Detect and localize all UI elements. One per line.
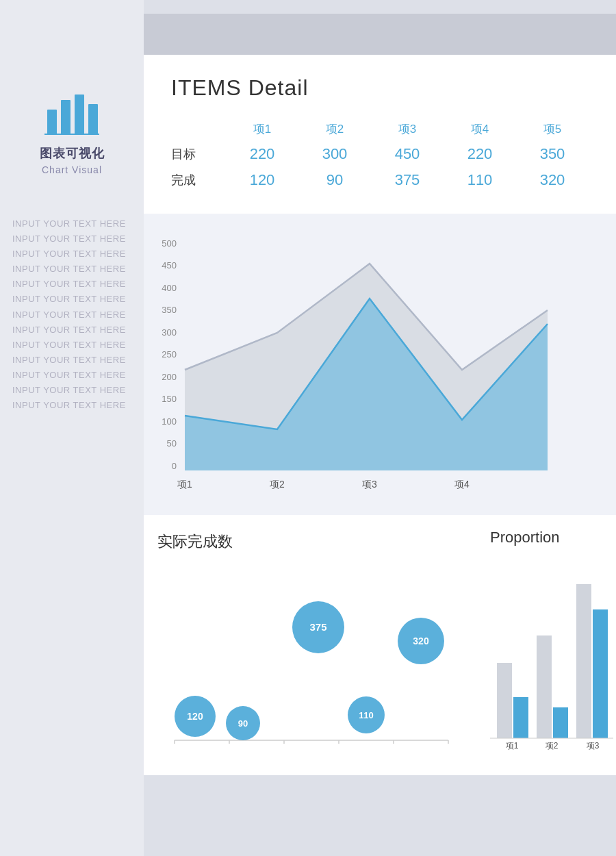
y-label-200: 200 bbox=[162, 372, 177, 382]
bubble-label-120: 120 bbox=[187, 711, 203, 722]
col-header-2: 项2 bbox=[298, 117, 371, 141]
bubble-card: 实际完成数 120 90 375 bbox=[144, 515, 479, 775]
x-label-3: 项3 bbox=[362, 479, 377, 490]
svg-rect-2 bbox=[75, 95, 84, 134]
y-label-250: 250 bbox=[162, 349, 177, 360]
bubble-label-90: 90 bbox=[238, 718, 248, 729]
target-val-3: 450 bbox=[371, 141, 444, 167]
sidebar-text: INPUT YOUR TEXT HERE INPUT YOUR TEXT HER… bbox=[12, 216, 131, 413]
col-header-3: 项3 bbox=[371, 117, 444, 141]
svg-rect-1 bbox=[61, 100, 70, 134]
y-label-500: 500 bbox=[162, 238, 177, 249]
logo-area: 图表可视化 Chart Visual bbox=[40, 89, 105, 175]
x-label-4: 项4 bbox=[454, 479, 470, 490]
bubble-chart-svg: 120 90 375 110 320 bbox=[157, 559, 465, 764]
svg-rect-3 bbox=[88, 104, 98, 134]
table-header-row: 项1 项2 项3 项4 项5 bbox=[171, 117, 589, 141]
bubble-chart-title: 实际完成数 bbox=[157, 531, 465, 552]
sidebar-text-block: INPUT YOUR TEXT HERE INPUT YOUR TEXT HER… bbox=[0, 216, 144, 413]
bar-chart-card: Proportion 项1 项2 项3 bbox=[479, 515, 616, 775]
x-label-2: 项2 bbox=[270, 479, 285, 490]
bar-actual-3 bbox=[593, 609, 608, 738]
bar-actual-1 bbox=[513, 697, 528, 738]
target-val-5: 350 bbox=[516, 141, 589, 167]
sidebar: 图表可视化 Chart Visual INPUT YOUR TEXT HERE … bbox=[0, 0, 144, 856]
table-row-actual: 完成 120 90 375 110 320 bbox=[171, 167, 589, 193]
bar-chart-svg: 项1 项2 项3 bbox=[490, 553, 613, 759]
y-label-150: 150 bbox=[162, 394, 177, 404]
logo-text-cn: 图表可视化 bbox=[40, 145, 105, 162]
top-bar bbox=[144, 14, 616, 55]
bar-actual-2 bbox=[553, 707, 568, 738]
detail-card: ITEMS Detail 项1 项2 项3 项4 项5 目标 220 300 4… bbox=[144, 55, 616, 214]
bottom-cards: 实际完成数 120 90 375 bbox=[144, 515, 616, 775]
line-chart-card: 500 450 400 350 300 250 200 150 100 50 0 bbox=[144, 214, 616, 515]
actual-val-5: 320 bbox=[516, 167, 589, 193]
table-row-target: 目标 220 300 450 220 350 bbox=[171, 141, 589, 167]
y-label-50: 50 bbox=[167, 438, 177, 449]
bar-chart-title: Proportion bbox=[490, 529, 605, 546]
y-label-0: 0 bbox=[172, 461, 177, 471]
svg-rect-0 bbox=[47, 110, 57, 134]
detail-table: 项1 项2 项3 项4 项5 目标 220 300 450 220 350 完成 bbox=[171, 117, 589, 193]
chart-icon bbox=[44, 89, 99, 137]
bar-x-label-3: 项3 bbox=[587, 741, 600, 751]
col-header-4: 项4 bbox=[444, 117, 516, 141]
x-label-1: 项1 bbox=[177, 479, 192, 490]
target-val-4: 220 bbox=[444, 141, 516, 167]
col-header-1: 项1 bbox=[226, 117, 298, 141]
y-label-100: 100 bbox=[162, 416, 177, 427]
detail-title: ITEMS Detail bbox=[171, 75, 589, 101]
actual-val-4: 110 bbox=[444, 167, 516, 193]
bar-target-2 bbox=[537, 635, 552, 738]
actual-val-2: 90 bbox=[298, 167, 371, 193]
actual-val-3: 375 bbox=[371, 167, 444, 193]
row-label-actual: 完成 bbox=[171, 167, 226, 193]
target-val-1: 220 bbox=[226, 141, 298, 167]
bar-x-label-1: 项1 bbox=[506, 741, 519, 751]
main-content: ITEMS Detail 项1 项2 项3 项4 项5 目标 220 300 4… bbox=[144, 0, 616, 856]
y-label-350: 350 bbox=[162, 305, 177, 315]
logo-text-en: Chart Visual bbox=[42, 164, 102, 175]
bar-x-label-2: 项2 bbox=[546, 741, 559, 751]
col-header-5: 项5 bbox=[516, 117, 589, 141]
y-label-300: 300 bbox=[162, 327, 177, 338]
target-val-2: 300 bbox=[298, 141, 371, 167]
actual-val-1: 120 bbox=[226, 167, 298, 193]
y-label-450: 450 bbox=[162, 260, 177, 270]
bubble-label-320: 320 bbox=[413, 635, 429, 646]
bubble-label-375: 375 bbox=[309, 621, 326, 633]
bar-target-1 bbox=[497, 663, 512, 738]
row-label-target: 目标 bbox=[171, 141, 226, 167]
y-label-400: 400 bbox=[162, 283, 177, 293]
bubble-label-110: 110 bbox=[359, 710, 374, 720]
line-chart-svg: 500 450 400 350 300 250 200 150 100 50 0 bbox=[157, 234, 554, 494]
bar-target-3 bbox=[576, 584, 591, 738]
